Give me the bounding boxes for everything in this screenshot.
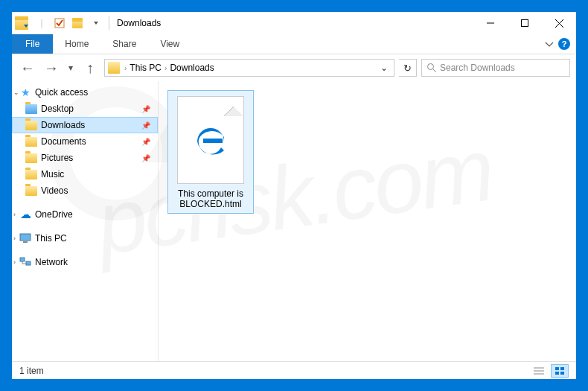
file-item[interactable]: This computer is BLOCKED.html [167, 90, 254, 214]
window-title: Downloads [117, 18, 161, 28]
chevron-right-icon[interactable]: › [162, 64, 170, 72]
ribbon: File Home Share View ? [12, 34, 576, 54]
svg-rect-20 [560, 372, 564, 375]
sidebar-quick-access[interactable]: ⌄ ★ Quick access [12, 84, 158, 101]
sidebar-item-label: Desktop [41, 104, 74, 114]
sidebar-item-label: Pictures [41, 153, 73, 163]
sidebar-item-label: Downloads [41, 120, 85, 130]
qat-divider [109, 16, 109, 30]
refresh-button[interactable]: ↻ [399, 59, 417, 77]
sidebar-item-label: Music [41, 169, 64, 179]
view-details-button[interactable] [530, 364, 548, 378]
close-button[interactable] [542, 12, 576, 34]
qat-separator: | [33, 14, 51, 32]
sidebar-this-pc[interactable]: › This PC [12, 230, 158, 247]
svg-rect-8 [23, 241, 28, 243]
explorer-window: pcrisk.com | Downloads File Home Share V… [11, 11, 577, 380]
ribbon-expand-icon[interactable] [545, 39, 554, 48]
svg-rect-18 [560, 367, 564, 370]
sidebar-item-pictures[interactable]: Pictures 📌 [12, 150, 158, 166]
qat-customize-button[interactable] [86, 14, 104, 32]
page-fold-icon [224, 97, 243, 116]
file-thumbnail [177, 96, 244, 184]
pin-icon: 📌 [141, 138, 150, 146]
svg-rect-7 [20, 234, 31, 241]
forward-button[interactable]: → [42, 58, 61, 77]
caret-icon[interactable]: › [13, 235, 16, 242]
svg-rect-2 [522, 20, 528, 27]
recent-locations-button[interactable]: ▾ [65, 58, 76, 77]
caret-icon[interactable]: › [13, 258, 16, 266]
caret-icon[interactable]: ⌄ [13, 89, 19, 96]
svg-line-6 [433, 69, 436, 72]
sidebar-item-label: Network [35, 257, 68, 267]
address-dropdown-button[interactable]: ⌄ [380, 63, 388, 73]
status-bar: 1 item [12, 361, 576, 379]
up-button[interactable]: ↑ [80, 58, 100, 77]
ribbon-tab-view[interactable]: View [148, 34, 191, 54]
status-item-count: 1 item [19, 366, 44, 376]
sidebar-item-desktop[interactable]: Desktop 📌 [12, 101, 158, 117]
sidebar-item-music[interactable]: Music [12, 166, 158, 182]
ribbon-file-tab[interactable]: File [12, 34, 53, 54]
svg-rect-19 [555, 372, 559, 375]
back-button[interactable]: ← [18, 58, 37, 77]
edge-icon [191, 121, 230, 159]
minimize-button[interactable] [473, 12, 508, 34]
sidebar-item-downloads[interactable]: Downloads 📌 [12, 117, 158, 133]
ribbon-tab-share[interactable]: Share [100, 34, 148, 54]
sidebar-item-label: Documents [41, 136, 86, 147]
svg-rect-13 [203, 139, 223, 143]
file-name-label: This computer is BLOCKED.html [169, 187, 252, 212]
window-controls [473, 12, 576, 34]
pin-icon: 📌 [141, 154, 150, 162]
breadcrumb-segment[interactable]: This PC [130, 63, 162, 73]
title-bar: | Downloads [12, 12, 576, 34]
navigation-bar: ← → ▾ ↑ › This PC › Downloads ⌄ ↻ Search… [12, 54, 576, 81]
pin-icon: 📌 [141, 105, 150, 113]
sidebar-item-label: Videos [41, 185, 68, 196]
maximize-button[interactable] [508, 12, 542, 34]
chevron-right-icon[interactable]: › [121, 64, 130, 72]
monitor-icon [19, 232, 31, 244]
sidebar-item-label: OneDrive [35, 209, 73, 220]
main-area: ⌄ ★ Quick access Desktop 📌 Downloads 📌 D… [12, 81, 576, 361]
svg-point-5 [428, 64, 434, 70]
cloud-icon: ☁ [19, 209, 31, 220]
svg-rect-9 [20, 258, 25, 261]
sidebar-network[interactable]: › Network [12, 254, 158, 270]
view-icons-button[interactable] [551, 364, 569, 378]
pin-icon: 📌 [141, 121, 150, 130]
ribbon-tab-home[interactable]: Home [53, 34, 100, 54]
help-button[interactable]: ? [558, 38, 570, 50]
caret-icon[interactable]: › [13, 211, 16, 218]
star-icon: ★ [19, 86, 31, 98]
search-input[interactable]: Search Downloads [421, 59, 570, 77]
search-icon [426, 63, 437, 73]
quick-access-toolbar: | [12, 14, 114, 32]
svg-rect-17 [555, 367, 559, 370]
app-icon[interactable] [15, 14, 33, 32]
sidebar-item-label: Quick access [35, 87, 88, 98]
content-pane[interactable]: This computer is BLOCKED.html [159, 81, 576, 361]
qat-newfolder-button[interactable] [68, 14, 86, 32]
address-folder-icon [108, 62, 120, 74]
address-bar[interactable]: › This PC › Downloads ⌄ [104, 59, 394, 77]
navigation-pane[interactable]: ⌄ ★ Quick access Desktop 📌 Downloads 📌 D… [12, 81, 159, 361]
breadcrumb-segment[interactable]: Downloads [170, 63, 214, 73]
sidebar-item-documents[interactable]: Documents 📌 [12, 133, 158, 150]
search-placeholder: Search Downloads [440, 63, 515, 73]
sidebar-item-label: This PC [35, 233, 67, 244]
network-icon [19, 256, 31, 268]
sidebar-onedrive[interactable]: › ☁ OneDrive [12, 206, 158, 223]
sidebar-item-videos[interactable]: Videos [12, 182, 158, 199]
qat-properties-button[interactable] [51, 14, 68, 32]
